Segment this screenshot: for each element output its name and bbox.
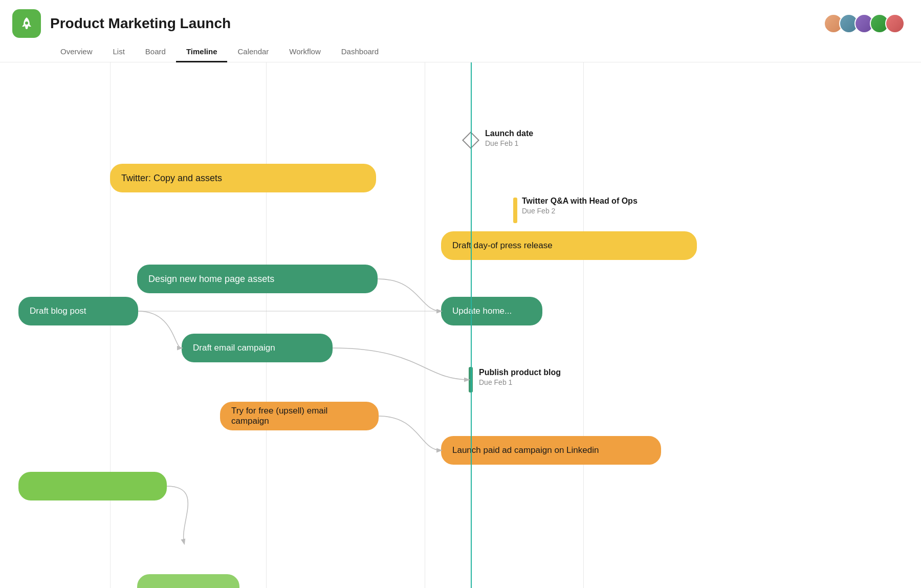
milestone-launch-label: Launch date Due Feb 1: [485, 129, 533, 147]
avatar: [885, 14, 905, 33]
nav: Overview List Board Timeline Calendar Wo…: [0, 38, 921, 62]
nav-calendar[interactable]: Calendar: [227, 42, 279, 62]
milestone-twitter-qa-label: Twitter Q&A with Head of Ops Due Feb 2: [522, 197, 638, 215]
project-title: Product Marketing Launch: [50, 15, 231, 32]
task-bar-linkedin[interactable]: Draft day-of press release: [441, 231, 697, 260]
timeline-area: Twitter: Copy and assets Design new home…: [0, 62, 921, 588]
nav-list[interactable]: List: [103, 42, 135, 62]
nav-overview[interactable]: Overview: [50, 42, 103, 62]
task-bar-update-home[interactable]: Update home...: [441, 297, 542, 325]
grid-line-2: [266, 62, 267, 588]
task-bar-press-release[interactable]: [18, 472, 167, 500]
task-bar-draft-blog[interactable]: Draft blog post: [18, 297, 138, 325]
task-bar-upsell-email[interactable]: Launch paid ad campaign on Linkedin: [441, 436, 661, 465]
task-bar-bottom-partial[interactable]: [137, 574, 239, 588]
today-marker-line: [471, 62, 472, 588]
milestone-twitter-qa-bar: [513, 198, 517, 223]
app-icon: [12, 9, 41, 38]
avatars-group: [824, 14, 905, 33]
svg-point-0: [25, 21, 28, 25]
nav-timeline[interactable]: Timeline: [176, 42, 228, 62]
grid-line-4: [583, 62, 584, 588]
task-bar-review-blog[interactable]: Draft email campaign: [182, 334, 333, 362]
task-bar-design-assets[interactable]: Design new home page assets: [137, 265, 378, 293]
grid-line-3: [425, 62, 425, 588]
header: Product Marketing Launch: [0, 0, 921, 38]
task-bar-draft-email[interactable]: Try for free (upsell) email campaign: [220, 402, 379, 430]
task-bar-twitter-copy[interactable]: Twitter: Copy and assets: [110, 164, 376, 192]
milestone-publish-blog-label: Publish product blog Due Feb 1: [479, 368, 561, 386]
nav-dashboard[interactable]: Dashboard: [331, 42, 389, 62]
nav-workflow[interactable]: Workflow: [279, 42, 331, 62]
nav-board[interactable]: Board: [135, 42, 176, 62]
